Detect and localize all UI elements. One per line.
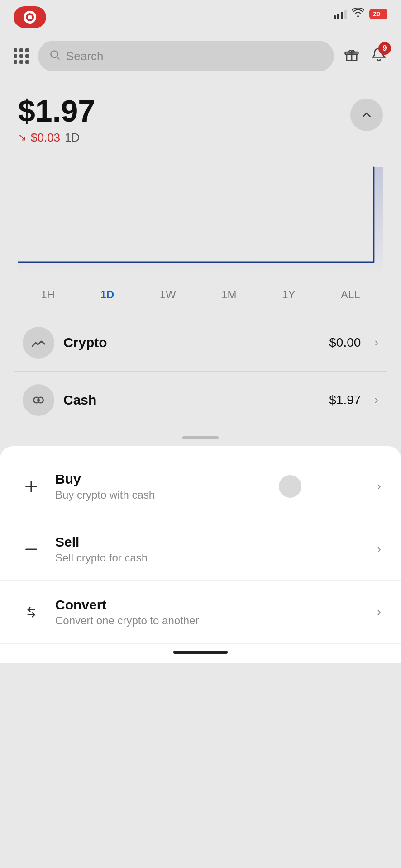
price-chart [18, 158, 383, 276]
bottom-sheet: Buy Buy crypto with cash › Sell Sell cry… [0, 446, 401, 663]
signal-icon [334, 9, 347, 19]
crypto-chevron-icon: › [374, 335, 378, 349]
top-navigation: Search 9 [0, 36, 401, 80]
time-filter-1y[interactable]: 1Y [277, 285, 301, 305]
ripple-effect [279, 475, 301, 498]
sell-text: Sell Sell crypto for cash [55, 534, 364, 564]
scroll-indicator [0, 429, 401, 446]
asset-item-crypto[interactable]: Crypto $0.00 › [14, 314, 387, 372]
time-filter-1d[interactable]: 1D [95, 285, 119, 305]
battery-indicator: 20+ [369, 9, 387, 19]
cash-label: Cash [63, 392, 320, 408]
search-icon [49, 49, 61, 63]
buy-chevron-icon: › [377, 479, 381, 493]
price-change: ↘ $0.03 1D [18, 131, 95, 145]
convert-chevron-icon: › [377, 605, 381, 619]
main-price: $1.97 [18, 94, 95, 128]
target-logo [14, 6, 46, 28]
change-period: 1D [65, 131, 80, 145]
target-circle-icon [24, 11, 36, 24]
buy-text: Buy Buy crypto with cash [55, 472, 364, 501]
wifi-icon [352, 8, 364, 19]
convert-action[interactable]: Convert Convert one crypto to another › [0, 581, 401, 644]
crypto-value: $0.00 [329, 335, 361, 350]
convert-text: Convert Convert one crypto to another [55, 597, 364, 627]
minus-icon [20, 542, 43, 557]
home-indicator [0, 644, 401, 663]
cash-value: $1.97 [329, 393, 361, 407]
cash-icon [23, 384, 54, 416]
nav-icons: 9 [343, 46, 387, 67]
target-dot-icon [28, 15, 32, 19]
search-placeholder: Search [66, 49, 103, 63]
price-info: $1.97 ↘ $0.03 1D [18, 94, 95, 145]
scroll-pill [182, 436, 219, 439]
buy-action[interactable]: Buy Buy crypto with cash › [0, 455, 401, 518]
sell-title: Sell [55, 534, 364, 550]
buy-subtitle: Buy crypto with cash [55, 489, 364, 501]
search-bar[interactable]: Search [38, 41, 334, 71]
time-filters: 1H 1D 1W 1M 1Y ALL [0, 276, 401, 314]
time-filter-1w[interactable]: 1W [154, 285, 181, 305]
buy-title: Buy [55, 472, 364, 487]
gift-icon[interactable] [343, 46, 360, 67]
sell-action[interactable]: Sell Sell crypto for cash › [0, 518, 401, 581]
svg-line-1 [57, 57, 59, 59]
time-filter-1h[interactable]: 1H [35, 285, 60, 305]
sell-chevron-icon: › [377, 542, 381, 556]
menu-grid-icon[interactable] [14, 48, 29, 64]
convert-subtitle: Convert one crypto to another [55, 614, 364, 627]
cash-chevron-icon: › [374, 393, 378, 407]
status-bar: 20+ [0, 0, 401, 24]
sell-subtitle: Sell crypto for cash [55, 552, 364, 564]
notification-bell[interactable]: 9 [370, 46, 387, 67]
crypto-icon [23, 327, 54, 359]
home-pill [173, 651, 228, 654]
asset-list: Crypto $0.00 › Cash $1.97 › [0, 314, 401, 429]
notification-count: 9 [378, 42, 391, 55]
time-filter-1m[interactable]: 1M [216, 285, 242, 305]
collapse-button[interactable] [350, 99, 383, 131]
down-arrow-icon: ↘ [18, 132, 26, 143]
crypto-label: Crypto [63, 335, 320, 350]
change-amount: $0.03 [31, 131, 60, 145]
convert-icon [20, 604, 43, 620]
convert-title: Convert [55, 597, 364, 613]
time-filter-all[interactable]: ALL [335, 285, 366, 305]
price-section: $1.97 ↘ $0.03 1D [0, 80, 401, 149]
plus-icon [20, 479, 43, 494]
asset-item-cash[interactable]: Cash $1.97 › [14, 372, 387, 429]
